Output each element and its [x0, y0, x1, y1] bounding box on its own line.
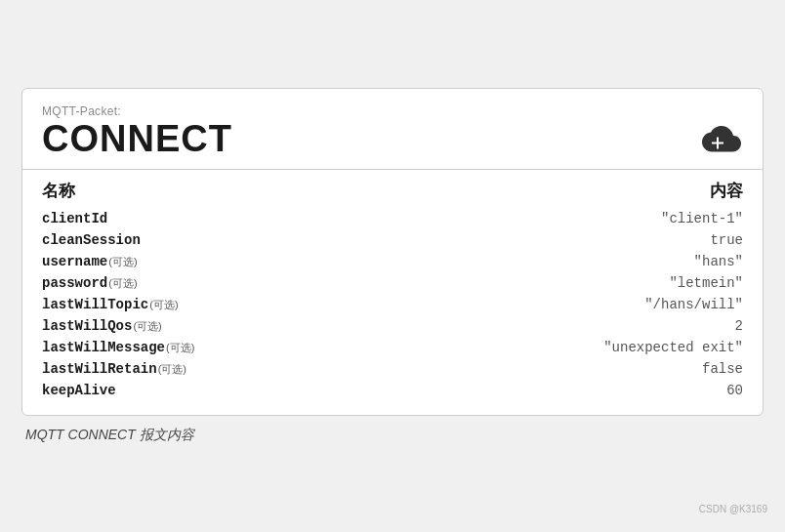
field-name-lastWillQos: lastWillQos(可选) [42, 318, 162, 334]
field-value-lastWillRetain: false [702, 361, 743, 377]
table-row: username(可选) "hans" [42, 251, 743, 272]
connect-title: CONNECT [42, 120, 232, 157]
field-value-lastWillMessage: "unexpected exit" [603, 340, 743, 355]
optional-lastWillQos: (可选) [133, 320, 161, 332]
card-header: MQTT-Packet: CONNECT [22, 89, 763, 170]
table-row: password(可选) "letmein" [42, 272, 743, 294]
field-value-lastWillTopic: "/hans/will" [644, 297, 743, 312]
table-row: keepAlive 60 [42, 380, 743, 401]
field-name-username: username(可选) [42, 254, 138, 269]
cloud-plus-icon [700, 120, 743, 157]
table-row: lastWillRetain(可选) false [42, 358, 743, 380]
mqtt-connect-card: MQTT-Packet: CONNECT 名称 内容 clientId [21, 88, 764, 416]
field-name-clientId: clientId [42, 211, 107, 226]
col-content-header: 内容 [710, 180, 743, 202]
optional-lastWillMessage: (可选) [166, 342, 194, 353]
page: MQTT-Packet: CONNECT 名称 内容 clientId [0, 0, 785, 532]
caption: MQTT CONNECT 报文内容 [21, 426, 764, 444]
table-row: lastWillQos(可选) 2 [42, 315, 743, 337]
field-name-cleanSession: cleanSession [42, 232, 141, 248]
field-name-lastWillTopic: lastWillTopic(可选) [42, 297, 179, 312]
outer-wrapper: MQTT-Packet: CONNECT 名称 内容 clientId [21, 88, 764, 444]
table-section: 名称 内容 clientId "client-1" cleanSession t… [22, 170, 763, 415]
field-value-username: "hans" [694, 254, 743, 269]
table-row: lastWillMessage(可选) "unexpected exit" [42, 337, 743, 358]
table-row: cleanSession true [42, 229, 743, 251]
col-name-header: 名称 [42, 180, 75, 202]
field-value-lastWillQos: 2 [735, 318, 743, 334]
field-name-keepAlive: keepAlive [42, 383, 116, 398]
field-name-password: password(可选) [42, 275, 138, 291]
field-value-keepAlive: 60 [726, 383, 743, 398]
caption-text: MQTT CONNECT 报文内容 [21, 427, 194, 442]
watermark: CSDN @K3169 [699, 504, 767, 514]
optional-lastWillTopic: (可选) [149, 299, 178, 310]
optional-lastWillRetain: (可选) [158, 363, 186, 375]
field-name-lastWillMessage: lastWillMessage(可选) [42, 340, 194, 355]
table-row: clientId "client-1" [42, 208, 743, 229]
field-value-clientId: "client-1" [661, 211, 743, 226]
optional-username: (可选) [108, 256, 137, 267]
mqtt-packet-label: MQTT-Packet: [42, 104, 232, 118]
table-row: lastWillTopic(可选) "/hans/will" [42, 294, 743, 315]
cloud-icon-svg [702, 122, 741, 155]
optional-password: (可选) [108, 277, 137, 289]
header-left: MQTT-Packet: CONNECT [42, 104, 232, 157]
table-header-row: 名称 内容 [42, 170, 743, 208]
field-name-lastWillRetain: lastWillRetain(可选) [42, 361, 186, 377]
field-value-cleanSession: true [710, 232, 743, 248]
field-value-password: "letmein" [669, 275, 743, 291]
